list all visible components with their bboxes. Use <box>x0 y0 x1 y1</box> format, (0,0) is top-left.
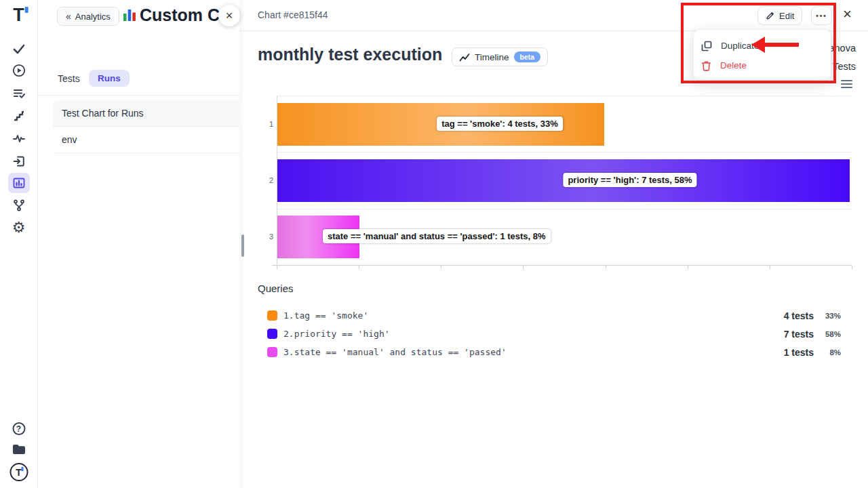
steps-stairs-icon[interactable] <box>12 109 26 123</box>
query-text: priority == 'high' <box>294 329 390 339</box>
list-item-env[interactable]: env <box>53 127 239 153</box>
analytics-bar-chart-icon[interactable] <box>12 176 26 190</box>
query-number: 1. <box>283 310 294 321</box>
projects-folder-icon[interactable] <box>12 443 26 455</box>
legend-color-chip <box>267 329 277 339</box>
close-icon: × <box>226 9 233 23</box>
trend-line-icon <box>459 52 470 62</box>
query-row: 1.tag == 'smoke' 4 tests 33% <box>267 306 841 325</box>
back-to-analytics-button[interactable]: « Analytics <box>57 7 119 26</box>
gridline <box>277 96 852 96</box>
drawer-close-button[interactable]: × <box>218 5 240 26</box>
category-label: 2 <box>260 176 273 184</box>
query-percent: 58% <box>814 330 841 338</box>
category-label: 3 <box>260 232 273 241</box>
help-icon[interactable]: ? <box>12 422 25 435</box>
gridline <box>277 152 852 152</box>
account-avatar[interactable]: T <box>9 463 28 481</box>
pulse-activity-icon[interactable] <box>12 131 26 145</box>
annotation-arrow-icon <box>750 34 802 56</box>
query-tests-count: 4 tests <box>769 310 814 321</box>
queries-legend: 1.tag == 'smoke' 4 tests 33% 2.priority … <box>267 306 841 361</box>
chevrons-left-icon: « <box>66 11 71 22</box>
chart-title: monthly test execution <box>258 45 442 64</box>
timeline-label: Timeline <box>475 52 509 62</box>
back-button-label: Analytics <box>75 12 111 22</box>
legend-color-chip <box>267 310 277 321</box>
chart-options-hamburger-icon[interactable] <box>841 80 852 90</box>
gridline <box>277 209 852 209</box>
query-number: 3. <box>283 347 294 357</box>
import-icon[interactable] <box>12 155 26 168</box>
app-logo[interactable]: T <box>13 6 24 24</box>
tab-tests[interactable]: Tests <box>58 73 80 84</box>
settings-gear-icon[interactable]: ⚙ <box>12 220 26 235</box>
query-number: 2. <box>283 329 294 339</box>
query-percent: 33% <box>814 312 841 320</box>
bar-label: tag == 'smoke': 4 tests, 33% <box>437 117 563 131</box>
beta-badge: beta <box>514 52 541 62</box>
query-percent: 8% <box>814 348 841 357</box>
timeline-toggle-button[interactable]: Timeline beta <box>452 47 548 66</box>
scrollbar-thumb[interactable] <box>241 235 244 257</box>
query-row: 2.priority == 'high' 7 tests 58% <box>267 325 841 343</box>
drawer-title: Custom C <box>140 5 221 25</box>
branches-icon[interactable] <box>12 199 26 212</box>
logo-tick <box>25 7 28 13</box>
query-text: tag == 'smoke' <box>294 310 369 321</box>
chart-id-heading: Chart #ce815f44 <box>258 9 328 20</box>
legend-color-chip <box>267 347 277 357</box>
tests-count-text-partial: Tests <box>833 61 856 72</box>
queries-heading: Queries <box>258 283 294 294</box>
tasks-check-icon[interactable] <box>12 42 26 56</box>
app-sidebar: T ⚙ ? T <box>0 0 38 488</box>
panel-close-button[interactable]: × <box>843 7 852 22</box>
category-label: 1 <box>260 120 273 128</box>
bar-label: priority == 'high': 7 tests, 58% <box>563 173 696 187</box>
runs-play-icon[interactable] <box>12 64 26 77</box>
colored-bar-chart-icon <box>122 7 137 22</box>
query-row: 3.state == 'manual' and status == 'passe… <box>267 343 841 361</box>
custom-charts-drawer: « Analytics Custom C × Tests Runs Test C… <box>38 0 239 488</box>
test-plans-list-icon[interactable] <box>12 87 26 100</box>
list-item-test-chart-for-runs[interactable]: Test Chart for Runs <box>53 100 239 127</box>
divider <box>38 95 239 96</box>
query-tests-count: 7 tests <box>769 329 814 340</box>
bar-label: state == 'manual' and status == 'passed'… <box>323 229 551 243</box>
query-tests-count: 1 tests <box>769 347 814 358</box>
query-text: state == 'manual' and status == 'passed' <box>294 347 507 357</box>
tab-runs[interactable]: Runs <box>89 70 130 87</box>
